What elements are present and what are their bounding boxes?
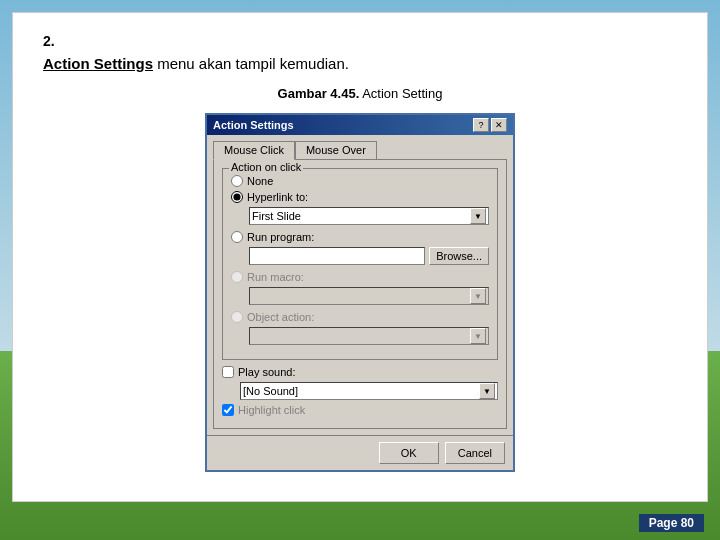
tabs-row: Mouse Click Mouse Over <box>213 141 507 159</box>
step-text: Action Settings menu akan tampil kemudia… <box>43 55 677 72</box>
run-macro-dropdown-row: ▼ <box>249 287 489 305</box>
play-sound-label: Play sound: <box>238 366 295 378</box>
object-action-select: ▼ <box>249 327 489 345</box>
hyperlink-select-arrow[interactable]: ▼ <box>470 208 486 224</box>
none-label: None <box>247 175 273 187</box>
play-sound-checkbox[interactable] <box>222 366 234 378</box>
cancel-button[interactable]: Cancel <box>445 442 505 464</box>
run-program-fields: Browse... <box>249 247 489 265</box>
object-action-label: Object action: <box>247 311 314 323</box>
dialog-controls: ? ✕ <box>473 118 507 132</box>
hyperlink-dropdown-row: First Slide ▼ <box>249 207 489 225</box>
ok-button[interactable]: OK <box>379 442 439 464</box>
action-settings-label: Action Settings <box>43 55 153 72</box>
run-macro-arrow: ▼ <box>470 288 486 304</box>
highlight-click-row: Highlight click <box>222 404 498 416</box>
figure-caption: Gambar 4.45. Action Setting <box>43 86 677 101</box>
close-button[interactable]: ✕ <box>491 118 507 132</box>
run-program-radio[interactable] <box>231 231 243 243</box>
action-on-click-group: Action on click None Hyperlink to: <box>222 168 498 360</box>
highlight-click-checkbox[interactable] <box>222 404 234 416</box>
figure-label: Gambar 4.45. <box>278 86 360 101</box>
object-action-radio[interactable] <box>231 311 243 323</box>
tab-content: Action on click None Hyperlink to: <box>213 159 507 429</box>
run-program-label: Run program: <box>247 231 314 243</box>
dialog-footer: OK Cancel <box>207 435 513 470</box>
step-number: 2. <box>43 33 677 49</box>
run-macro-radio[interactable] <box>231 271 243 283</box>
tab-mouse-click[interactable]: Mouse Click <box>213 141 295 160</box>
help-button[interactable]: ? <box>473 118 489 132</box>
action-settings-dialog: Action Settings ? ✕ Mouse Click Mouse Ov… <box>205 113 515 472</box>
hyperlink-label: Hyperlink to: <box>247 191 308 203</box>
dialog-body: Mouse Click Mouse Over Action on click <box>207 135 513 435</box>
sound-select-arrow[interactable]: ▼ <box>479 383 495 399</box>
run-program-input[interactable] <box>249 247 425 265</box>
page-footer: Page 80 <box>639 514 704 532</box>
group-label: Action on click <box>229 161 303 173</box>
hyperlink-select[interactable]: First Slide ▼ <box>249 207 489 225</box>
dialog-wrapper: Action Settings ? ✕ Mouse Click Mouse Ov… <box>43 113 677 472</box>
sound-select[interactable]: [No Sound] ▼ <box>240 382 498 400</box>
dialog-title: Action Settings <box>213 119 294 131</box>
none-radio-row: None <box>231 175 489 187</box>
play-sound-row: Play sound: <box>222 366 498 378</box>
object-action-radio-row: Object action: <box>231 311 489 323</box>
object-action-dropdown-row: ▼ <box>249 327 489 345</box>
hyperlink-radio-row: Hyperlink to: <box>231 191 489 203</box>
figure-title: Action Setting <box>362 86 442 101</box>
dialog-titlebar: Action Settings ? ✕ <box>207 115 513 135</box>
run-macro-select: ▼ <box>249 287 489 305</box>
step-text-suffix: menu akan tampil kemudian. <box>153 55 349 72</box>
object-action-arrow: ▼ <box>470 328 486 344</box>
browse-button[interactable]: Browse... <box>429 247 489 265</box>
slide-content: 2. Action Settings menu akan tampil kemu… <box>12 12 708 502</box>
hyperlink-radio[interactable] <box>231 191 243 203</box>
highlight-click-label: Highlight click <box>238 404 305 416</box>
run-macro-label: Run macro: <box>247 271 304 283</box>
none-radio[interactable] <box>231 175 243 187</box>
run-program-radio-row: Run program: <box>231 231 489 243</box>
tab-mouse-over[interactable]: Mouse Over <box>295 141 377 159</box>
sound-dropdown-row: [No Sound] ▼ <box>240 382 498 400</box>
run-macro-radio-row: Run macro: <box>231 271 489 283</box>
